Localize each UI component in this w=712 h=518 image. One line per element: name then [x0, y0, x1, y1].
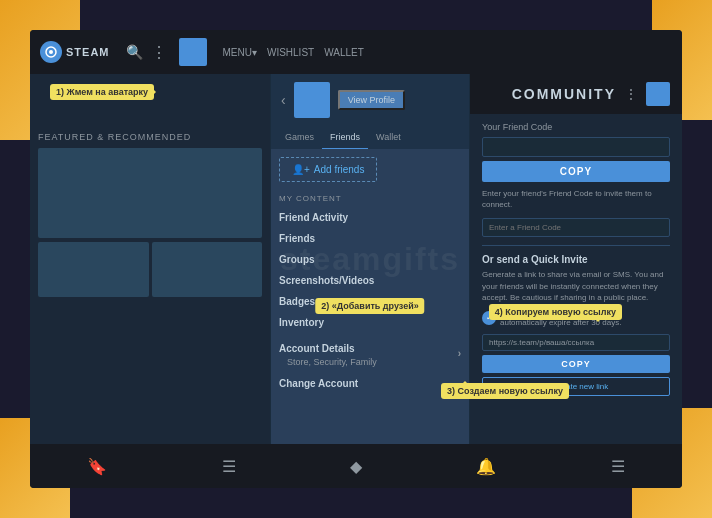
nav-menu-icon[interactable]: ☰ — [603, 453, 633, 480]
steam-icon — [40, 41, 62, 63]
steam-label: STEAM — [66, 46, 110, 58]
tooltip-3: 3) Создаем новую ссылку — [441, 383, 569, 399]
invite-description: Enter your friend's Friend Code to invit… — [482, 188, 670, 210]
tooltip-2: 2) «Добавить друзей» — [315, 298, 424, 314]
content-area: 1) Жмем на аватарку FEATURED & RECOMMEND… — [30, 74, 682, 444]
profile-tabs: Games Friends Wallet — [271, 126, 469, 149]
nav-wallet[interactable]: WALLET — [320, 45, 368, 60]
profile-avatar[interactable] — [294, 82, 330, 118]
account-label: Account Details — [279, 343, 355, 354]
friend-code-copy-button[interactable]: COPY — [482, 161, 670, 182]
game-cards-row — [38, 242, 262, 297]
enter-friend-code-input[interactable] — [482, 218, 670, 237]
tooltip-1: 1) Жмем на аватарку — [50, 84, 154, 100]
quick-invite-label: Or send a Quick Invite — [482, 254, 670, 265]
link-url-input[interactable] — [482, 334, 670, 351]
quick-invite-desc: Generate a link to share via email or SM… — [482, 269, 670, 303]
community-title: COMMUNITY — [482, 86, 616, 102]
friend-code-label: Your Friend Code — [482, 122, 670, 132]
menu-item-inventory[interactable]: Inventory — [271, 312, 469, 333]
game-card-2[interactable] — [152, 242, 263, 297]
svg-point-1 — [49, 50, 53, 54]
header-nav: MENU▾ WISHLIST WALLET — [219, 45, 368, 60]
account-sub: Store, Security, Family — [279, 356, 385, 368]
more-options-icon[interactable]: ⋮ — [151, 43, 167, 62]
tab-wallet[interactable]: Wallet — [368, 126, 409, 149]
divider — [482, 245, 670, 246]
add-friends-icon: 👤+ — [292, 164, 310, 175]
header-avatar[interactable] — [179, 38, 207, 66]
nav-diamond-icon[interactable]: ◆ — [342, 453, 370, 480]
bottom-navigation: 🔖 ☰ ◆ 🔔 ☰ — [30, 444, 682, 488]
tab-friends[interactable]: Friends — [322, 126, 368, 149]
featured-label: FEATURED & RECOMMENDED — [38, 132, 262, 142]
game-card-1[interactable] — [38, 242, 149, 297]
my-content-label: MY CONTENT — [271, 190, 469, 207]
menu-item-change-account[interactable]: Change Account — [271, 373, 469, 394]
game-card-featured[interactable] — [38, 148, 262, 238]
tooltip-4: 4) Копируем новую ссылку — [489, 304, 622, 320]
nav-wishlist[interactable]: WISHLIST — [263, 45, 318, 60]
add-friends-label: Add friends — [314, 164, 365, 175]
menu-item-groups[interactable]: Groups — [271, 249, 469, 270]
link-copy-button[interactable]: COPY — [482, 355, 670, 373]
dropdown-header: ‹ View Profile — [271, 74, 469, 126]
profile-dropdown-panel: steamgifts ‹ View Profile Games Friends … — [270, 74, 470, 444]
view-profile-button[interactable]: View Profile — [338, 90, 405, 110]
friend-code-input[interactable] — [482, 137, 670, 157]
left-panel: 1) Жмем на аватарку FEATURED & RECOMMEND… — [30, 74, 270, 444]
nav-bell-icon[interactable]: 🔔 — [468, 453, 504, 480]
back-button[interactable]: ‹ — [281, 92, 286, 108]
menu-item-friend-activity[interactable]: Friend Activity — [271, 207, 469, 228]
community-header: COMMUNITY ⋮ — [470, 74, 682, 114]
nav-bookmark-icon[interactable]: 🔖 — [79, 453, 115, 480]
menu-item-account[interactable]: Account Details Store, Security, Family … — [271, 333, 469, 373]
add-friends-button[interactable]: 👤+ Add friends — [279, 157, 377, 182]
menu-item-friends[interactable]: Friends — [271, 228, 469, 249]
header: STEAM 🔍 ⋮ MENU▾ WISHLIST WALLET — [30, 30, 682, 74]
community-more-icon[interactable]: ⋮ — [624, 86, 638, 102]
nav-list-icon[interactable]: ☰ — [214, 453, 244, 480]
search-icon[interactable]: 🔍 — [126, 44, 143, 60]
steam-logo: STEAM — [40, 41, 110, 63]
menu-item-screenshots[interactable]: Screenshots/Videos — [271, 270, 469, 291]
community-avatar[interactable] — [646, 82, 670, 106]
chevron-right-icon: › — [458, 348, 461, 359]
main-window: STEAM 🔍 ⋮ MENU▾ WISHLIST WALLET 1) Жмем … — [30, 30, 682, 488]
tab-games[interactable]: Games — [277, 126, 322, 149]
nav-menu[interactable]: MENU▾ — [219, 45, 261, 60]
